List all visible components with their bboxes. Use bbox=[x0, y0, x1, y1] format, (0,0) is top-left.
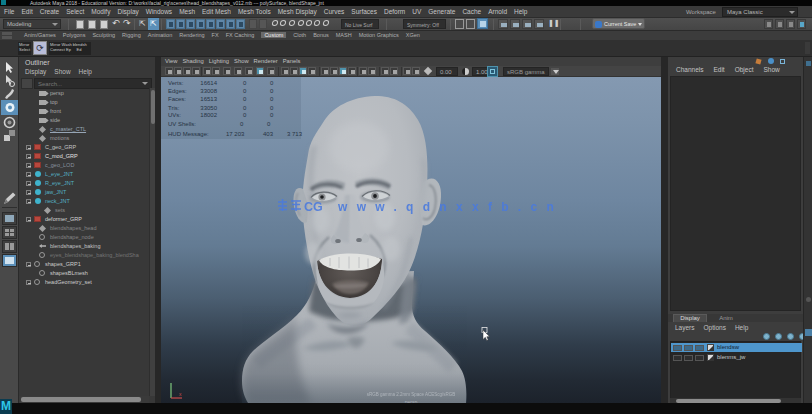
svg-text:CG: CG bbox=[304, 200, 323, 214]
svg-text:x: x bbox=[179, 391, 182, 397]
